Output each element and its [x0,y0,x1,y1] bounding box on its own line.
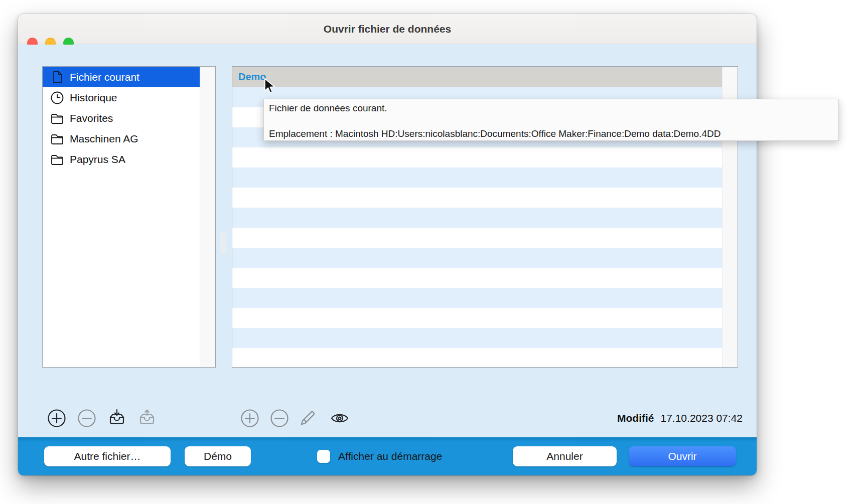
sidebar-item-fichier-courant[interactable]: Fichier courant [43,67,215,87]
sidebar-item-papyrus-sa[interactable]: Papyrus SA [43,149,215,170]
panel-splitter-handle[interactable] [220,232,226,254]
sidebar-item-maschinen-ag[interactable]: Maschinen AG [43,128,215,149]
clock-icon [49,89,66,106]
preview-eye-icon[interactable] [330,408,350,428]
sources-list-panel: Fichier courant Historique [42,66,216,368]
add-file-button[interactable] [240,408,260,428]
file-row-demo[interactable]: Demo [232,67,722,87]
other-file-button[interactable]: Autre fichier… [44,446,171,466]
sidebar-item-label: Papyrus SA [70,153,125,165]
add-source-button[interactable] [47,408,67,428]
sidebar-item-historique[interactable]: Historique [43,87,215,108]
window-title: Ouvrir fichier de données [18,14,757,44]
remove-source-button[interactable] [77,408,97,428]
remove-file-button[interactable] [269,408,290,428]
demo-button[interactable]: Démo [185,446,251,466]
show-at-startup-label: Afficher au démarrage [338,448,442,464]
footer-bar: Autre fichier… Démo Afficher au démarrag… [18,437,757,475]
folder-icon [49,130,66,147]
folder-icon [49,151,66,168]
import-icon[interactable] [107,408,127,428]
tooltip-description: Fichier de données courant. [269,103,387,114]
edit-pencil-icon[interactable] [298,408,318,428]
modified-label: Modifié [617,412,654,424]
sidebar-item-favorites[interactable]: Favorites [43,108,215,128]
mouse-cursor-icon [262,78,276,97]
cancel-button[interactable]: Annuler [513,446,617,466]
modified-value: 17.10.2023 07:42 [661,412,743,424]
tooltip-location: Emplacement : Macintosh HD:Users:nicolas… [269,128,720,139]
sidebar-item-label: Favorites [70,112,113,124]
folder-icon [49,110,66,127]
modified-status: Modifié 17.10.2023 07:42 [617,412,743,424]
sidebar-item-label: Fichier courant [70,71,139,83]
screen: Ouvrir fichier de données Fichier couran… [0,0,865,504]
export-icon[interactable] [137,408,157,428]
open-button[interactable]: Ouvrir [629,446,736,466]
sidebar-item-label: Maschinen AG [70,133,138,145]
open-data-file-dialog: Ouvrir fichier de données Fichier couran… [18,14,757,475]
file-info-tooltip: Fichier de données courant. Emplacement … [263,99,839,141]
sidebar-item-label: Historique [70,92,117,104]
sidebar-scrollbar[interactable] [200,67,215,367]
show-at-startup-checkbox[interactable] [317,450,330,463]
document-icon [49,69,66,86]
titlebar[interactable]: Ouvrir fichier de données [18,14,757,44]
